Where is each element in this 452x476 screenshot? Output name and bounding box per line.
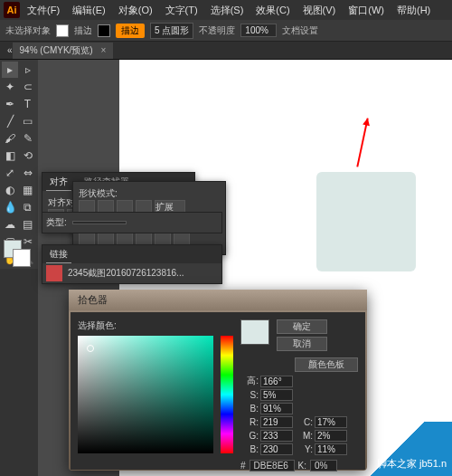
stroke-swatch[interactable] <box>98 24 110 37</box>
brush-tool[interactable]: 🖌 <box>2 130 18 147</box>
type-tool[interactable]: T <box>20 96 36 112</box>
pencil-tool[interactable]: ✎ <box>20 130 36 147</box>
h-label: 高: <box>240 375 259 387</box>
picker-title: 拾色器 <box>69 290 367 310</box>
g-label: G: <box>240 431 259 441</box>
blend-tool[interactable]: ⧉ <box>20 199 36 215</box>
menu-window[interactable]: 窗口(W) <box>343 2 390 19</box>
stroke-highlight[interactable]: 描边 <box>116 24 145 38</box>
m-field[interactable]: 2% <box>315 430 347 442</box>
menu-view[interactable]: 视图(V) <box>297 2 342 19</box>
opacity-label: 不透明度 <box>199 24 235 37</box>
color-values: 高:166° S:5% B:91% R:219 C:17% G:233 M:2%… <box>240 375 358 455</box>
menu-type[interactable]: 文字(T) <box>160 2 203 19</box>
select-color-label: 选择颜色: <box>78 319 213 332</box>
color-preview <box>240 319 269 345</box>
g-field[interactable]: 233 <box>260 430 293 442</box>
tool-palette: ▸ ▹ ✦ ⊂ ✒ T ╱ ▭ 🖌 ✎ ◧ ⟲ ⤢ ⇔ ◐ ▦ 💧 ⧉ ☁ ▤ … <box>0 60 38 269</box>
b-field[interactable]: 91% <box>260 403 293 414</box>
bv-label: B: <box>240 444 259 454</box>
selection-tool[interactable]: ▸ <box>2 62 18 78</box>
eyedropper-tool[interactable]: 💧 <box>2 199 18 215</box>
appearance-strip: 类型: <box>42 212 222 233</box>
background-swatch[interactable] <box>13 249 31 267</box>
width-tool[interactable]: ⇔ <box>20 165 36 181</box>
app-logo: Ai <box>4 2 20 18</box>
y-field[interactable]: 11% <box>315 443 347 455</box>
pen-tool[interactable]: ✒ <box>2 96 18 112</box>
menu-bar: Ai 文件(F) 编辑(E) 对象(O) 文字(T) 选择(S) 效果(C) 视… <box>0 0 452 20</box>
shape-mode-label: 形状模式: <box>79 187 220 200</box>
gradient-tool[interactable]: ▦ <box>20 182 36 198</box>
sv-cursor[interactable] <box>87 345 94 352</box>
link-item[interactable]: 2345截图20160726123816... <box>42 263 221 283</box>
close-icon[interactable]: × <box>100 45 106 55</box>
b-label: B: <box>240 404 259 414</box>
k-field[interactable]: 0% <box>310 460 337 471</box>
opacity-field[interactable]: 100% <box>240 24 277 37</box>
r-label: R: <box>240 417 259 427</box>
fill-swatch[interactable] <box>56 24 69 37</box>
color-picker-dialog: 拾色器 选择颜色: 确定 取消 颜色色板 高:166° S:5% <box>69 290 367 471</box>
c-label: C: <box>295 417 313 427</box>
symbol-tool[interactable]: ☁ <box>2 216 18 233</box>
menu-select[interactable]: 选择(S) <box>205 2 250 19</box>
s-label: S: <box>240 390 259 400</box>
brush-preset[interactable]: 5 点圆形 <box>150 23 193 39</box>
options-bar: 未选择对象 描边 描边 5 点圆形 不透明度 100% 文档设置 <box>0 20 452 42</box>
type-label: 类型: <box>46 216 67 229</box>
link-filename: 2345截图20160726123816... <box>68 267 184 280</box>
type-select[interactable] <box>72 221 127 224</box>
scale-tool[interactable]: ⤢ <box>2 165 18 181</box>
menu-file[interactable]: 文件(F) <box>22 2 65 19</box>
watermark: 脚本之家 jb51.n <box>344 422 452 476</box>
tab-align[interactable]: 对齐 <box>46 174 71 191</box>
rotate-tool[interactable]: ⟲ <box>20 148 36 164</box>
slice-tool[interactable]: ✂ <box>20 233 36 250</box>
tab-links[interactable]: 链接 <box>46 246 71 263</box>
doc-tab-label: 94% (CMYK/预览) <box>20 45 93 55</box>
graph-tool[interactable]: ▤ <box>20 216 36 233</box>
hex-label: # <box>240 461 246 471</box>
menu-edit[interactable]: 编辑(E) <box>67 2 111 19</box>
document-tab[interactable]: 94% (CMYK/预览) × <box>13 43 114 59</box>
ok-button[interactable]: 确定 <box>277 319 327 334</box>
line-tool[interactable]: ╱ <box>2 113 18 129</box>
hex-field[interactable]: DBE8E6 <box>250 460 295 471</box>
r-field[interactable]: 219 <box>260 416 293 428</box>
drawn-rectangle[interactable] <box>316 172 416 271</box>
cancel-button[interactable]: 取消 <box>277 337 327 351</box>
c-field[interactable]: 17% <box>315 416 347 428</box>
direct-select-tool[interactable]: ▹ <box>20 62 36 78</box>
doc-setup-button[interactable]: 文档设置 <box>282 24 318 37</box>
shape-builder-tool[interactable]: ◐ <box>2 182 18 198</box>
menu-effect[interactable]: 效果(C) <box>250 2 295 19</box>
bv-field[interactable]: 230 <box>260 443 293 455</box>
link-thumbnail <box>46 265 62 281</box>
y-label: Y: <box>295 444 313 454</box>
stroke-label: 描边 <box>74 24 92 37</box>
k-label: K: <box>298 461 306 471</box>
eraser-tool[interactable]: ◧ <box>2 148 18 164</box>
lasso-tool[interactable]: ⊂ <box>20 79 36 95</box>
swatches-button[interactable]: 颜色色板 <box>295 357 358 372</box>
links-panel: 链接 2345截图20160726123816... <box>42 244 222 284</box>
hue-slider[interactable] <box>221 336 233 453</box>
m-label: M: <box>295 431 313 441</box>
saturation-value-field[interactable] <box>78 336 213 453</box>
menu-object[interactable]: 对象(O) <box>113 2 158 19</box>
rectangle-tool[interactable]: ▭ <box>20 113 36 129</box>
s-field[interactable]: 5% <box>260 389 293 401</box>
document-tabbar: « 94% (CMYK/预览) × <box>0 42 452 60</box>
h-field[interactable]: 166° <box>260 376 293 387</box>
magic-wand-tool[interactable]: ✦ <box>2 79 18 95</box>
no-selection-label: 未选择对象 <box>5 24 51 37</box>
menu-help[interactable]: 帮助(H) <box>391 2 436 19</box>
